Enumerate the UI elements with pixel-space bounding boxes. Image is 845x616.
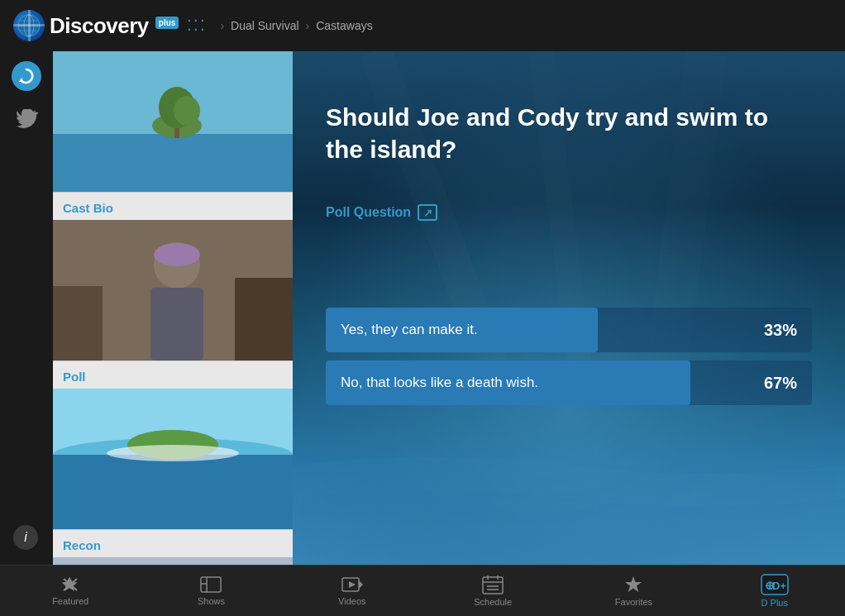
nav-featured-label: Featured xyxy=(52,596,88,606)
nav-schedule-label: Schedule xyxy=(474,597,512,607)
nav-videos-label: Videos xyxy=(338,596,365,606)
favorites-icon xyxy=(623,575,644,595)
svg-point-0 xyxy=(18,15,40,36)
shows-icon xyxy=(199,575,222,594)
cast-bio-image xyxy=(53,220,293,361)
poll-question-label-text: Poll Question xyxy=(326,205,411,220)
poll-question-label[interactable]: Poll Question ↗ xyxy=(326,204,437,221)
breadcrumb: › Dual Survival › Castaways xyxy=(220,19,372,32)
logo[interactable]: Discovery plus ⁚⁚⁚ xyxy=(13,10,207,41)
logo-dots: ⁚⁚⁚ xyxy=(187,17,207,35)
sidebar xyxy=(0,51,53,565)
svg-point-1 xyxy=(24,15,34,36)
svg-marker-42 xyxy=(349,581,356,588)
panel-item-recon[interactable]: Recon xyxy=(53,530,293,565)
nav-item-shows[interactable]: Shows xyxy=(141,566,281,616)
svg-point-22 xyxy=(107,445,239,461)
svg-rect-37 xyxy=(201,577,221,592)
poll-option-no-text: No, that looks like a death wish. xyxy=(341,375,538,391)
svg-rect-7 xyxy=(53,134,293,192)
svg-rect-20 xyxy=(53,455,293,529)
svg-rect-14 xyxy=(235,278,293,361)
cast-bio-label: Cast Bio xyxy=(53,193,293,220)
scene-image xyxy=(53,51,293,192)
poll-label: Poll xyxy=(53,361,293,389)
bottom-nav: Featured Shows Videos Schedule xyxy=(0,565,845,616)
panel-item-scene[interactable] xyxy=(53,51,293,193)
poll-option-yes[interactable]: Yes, they can make it. 33% xyxy=(326,308,812,352)
svg-rect-17 xyxy=(150,288,203,361)
logo-plus-badge: plus xyxy=(155,17,179,29)
poll-option-no[interactable]: No, that looks like a death wish. 67% xyxy=(326,361,812,405)
poll-option-no-pct: 67% xyxy=(764,374,797,393)
svg-marker-41 xyxy=(359,580,363,589)
breadcrumb-sep-1: › xyxy=(220,19,224,32)
dplus-icon: ⊕ D+ xyxy=(761,574,789,595)
schedule-icon xyxy=(481,575,504,595)
nav-item-videos[interactable]: Videos xyxy=(282,566,422,616)
svg-text:D+: D+ xyxy=(772,580,786,592)
nav-item-favorites[interactable]: Favorites xyxy=(563,566,704,616)
nav-item-featured[interactable]: Featured xyxy=(0,566,141,616)
logo-text: Discovery xyxy=(50,13,149,39)
svg-rect-23 xyxy=(53,557,293,565)
recon-label: Recon xyxy=(53,530,293,557)
nav-item-dplus[interactable]: ⊕ D+ D Plus xyxy=(704,566,845,616)
breadcrumb-sep-2: › xyxy=(306,19,310,32)
poll-question-title: Should Joe and Cody try and swim to the … xyxy=(326,101,812,165)
featured-icon xyxy=(60,575,80,594)
info-button[interactable]: i xyxy=(13,525,38,550)
breadcrumb-castaways[interactable]: Castaways xyxy=(316,19,372,32)
poll-image xyxy=(53,389,293,529)
videos-icon xyxy=(341,575,364,594)
poll-options: Yes, they can make it. 33% No, that look… xyxy=(326,308,812,413)
svg-rect-43 xyxy=(483,577,503,594)
logo-globe xyxy=(13,10,45,41)
poll-option-yes-text: Yes, they can make it. xyxy=(341,322,478,338)
svg-rect-13 xyxy=(53,286,103,361)
panel-item-cast-bio[interactable]: Cast Bio xyxy=(53,193,293,361)
refresh-button[interactable] xyxy=(12,61,41,91)
nav-favorites-label: Favorites xyxy=(615,597,652,607)
svg-marker-5 xyxy=(19,78,24,82)
svg-point-11 xyxy=(174,96,200,126)
breadcrumb-dual-survival[interactable]: Dual Survival xyxy=(231,19,298,32)
poll-option-yes-pct: 33% xyxy=(764,321,797,340)
share-icon: ↗ xyxy=(418,204,437,221)
nav-item-schedule[interactable]: Schedule xyxy=(422,566,563,616)
recon-image xyxy=(53,557,293,565)
nav-shows-label: Shows xyxy=(198,596,225,606)
twitter-button[interactable] xyxy=(12,104,41,134)
nav-dplus-label: D Plus xyxy=(761,598,788,608)
main-content: Should Joe and Cody try and swim to the … xyxy=(293,51,845,565)
left-panel: Cast Bio Poll xyxy=(53,51,293,565)
svg-point-16 xyxy=(154,243,200,266)
header: Discovery plus ⁚⁚⁚ › Dual Survival › Cas… xyxy=(0,0,845,51)
panel-item-poll[interactable]: Poll xyxy=(53,361,293,530)
